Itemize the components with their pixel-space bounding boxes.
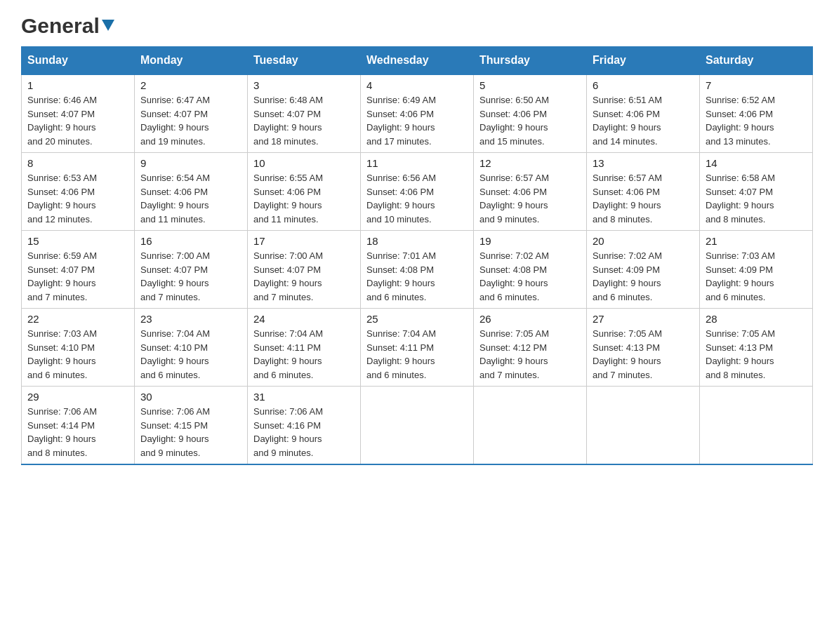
calendar-cell: 2 Sunrise: 6:47 AM Sunset: 4:07 PM Dayli… [135,74,248,153]
calendar-cell: 31 Sunrise: 7:06 AM Sunset: 4:16 PM Dayl… [248,387,361,465]
day-info: Sunrise: 7:04 AM Sunset: 4:10 PM Dayligh… [140,327,241,382]
calendar-cell [474,387,587,465]
day-number: 26 [479,313,581,325]
day-info: Sunrise: 7:03 AM Sunset: 4:09 PM Dayligh… [706,249,807,304]
day-info: Sunrise: 6:56 AM Sunset: 4:06 PM Dayligh… [366,171,468,226]
day-info: Sunrise: 6:57 AM Sunset: 4:06 PM Dayligh… [593,171,694,226]
calendar-cell: 23 Sunrise: 7:04 AM Sunset: 4:10 PM Dayl… [135,309,248,387]
day-number: 15 [27,235,128,247]
calendar-cell: 24 Sunrise: 7:04 AM Sunset: 4:11 PM Dayl… [248,309,361,387]
calendar-cell: 7 Sunrise: 6:52 AM Sunset: 4:06 PM Dayli… [700,74,813,153]
calendar-week-row: 15 Sunrise: 6:59 AM Sunset: 4:07 PM Dayl… [22,231,813,309]
day-info: Sunrise: 6:46 AM Sunset: 4:07 PM Dayligh… [27,93,128,148]
day-number: 28 [706,313,807,325]
day-of-week-header: Sunday [22,47,135,75]
calendar-cell: 9 Sunrise: 6:54 AM Sunset: 4:06 PM Dayli… [135,153,248,231]
day-info: Sunrise: 6:59 AM Sunset: 4:07 PM Dayligh… [27,249,128,304]
calendar-cell: 11 Sunrise: 6:56 AM Sunset: 4:06 PM Dayl… [361,153,474,231]
day-number: 3 [253,79,355,91]
day-info: Sunrise: 7:06 AM Sunset: 4:16 PM Dayligh… [253,405,355,459]
calendar-cell: 14 Sunrise: 6:58 AM Sunset: 4:07 PM Dayl… [700,153,813,231]
day-number: 19 [479,235,581,247]
calendar-cell: 30 Sunrise: 7:06 AM Sunset: 4:15 PM Dayl… [135,387,248,465]
logo: General [21,14,116,39]
day-number: 11 [366,157,468,169]
logo-general-text: General [21,14,100,38]
day-of-week-header: Thursday [474,47,587,75]
calendar-cell [700,387,813,465]
day-number: 8 [27,157,128,169]
calendar-cell: 28 Sunrise: 7:05 AM Sunset: 4:13 PM Dayl… [700,309,813,387]
day-info: Sunrise: 7:05 AM Sunset: 4:13 PM Dayligh… [593,327,694,382]
day-number: 16 [140,235,241,247]
day-number: 29 [27,391,128,403]
day-info: Sunrise: 6:49 AM Sunset: 4:06 PM Dayligh… [366,93,468,148]
svg-marker-0 [102,20,114,31]
day-info: Sunrise: 7:05 AM Sunset: 4:12 PM Dayligh… [479,327,581,382]
calendar-cell: 26 Sunrise: 7:05 AM Sunset: 4:12 PM Dayl… [474,309,587,387]
calendar-cell: 17 Sunrise: 7:00 AM Sunset: 4:07 PM Dayl… [248,231,361,309]
day-info: Sunrise: 6:55 AM Sunset: 4:06 PM Dayligh… [253,171,355,226]
day-info: Sunrise: 6:50 AM Sunset: 4:06 PM Dayligh… [479,93,581,148]
day-of-week-header: Friday [587,47,700,75]
day-number: 31 [253,391,355,403]
day-info: Sunrise: 7:04 AM Sunset: 4:11 PM Dayligh… [253,327,355,382]
day-info: Sunrise: 7:06 AM Sunset: 4:14 PM Dayligh… [27,405,128,459]
day-number: 25 [366,313,468,325]
day-info: Sunrise: 7:02 AM Sunset: 4:09 PM Dayligh… [593,249,694,304]
day-number: 14 [706,157,807,169]
day-number: 12 [479,157,581,169]
calendar-table: SundayMondayTuesdayWednesdayThursdayFrid… [21,46,813,465]
calendar-cell: 4 Sunrise: 6:49 AM Sunset: 4:06 PM Dayli… [361,74,474,153]
day-of-week-header: Tuesday [248,47,361,75]
day-of-week-header: Wednesday [361,47,474,75]
day-info: Sunrise: 6:51 AM Sunset: 4:06 PM Dayligh… [593,93,694,148]
day-info: Sunrise: 6:47 AM Sunset: 4:07 PM Dayligh… [140,93,241,148]
calendar-header-row: SundayMondayTuesdayWednesdayThursdayFrid… [22,47,813,75]
day-info: Sunrise: 7:06 AM Sunset: 4:15 PM Dayligh… [140,405,241,459]
calendar-cell: 15 Sunrise: 6:59 AM Sunset: 4:07 PM Dayl… [22,231,135,309]
calendar-week-row: 1 Sunrise: 6:46 AM Sunset: 4:07 PM Dayli… [22,74,813,153]
day-info: Sunrise: 6:54 AM Sunset: 4:06 PM Dayligh… [140,171,241,226]
day-info: Sunrise: 6:57 AM Sunset: 4:06 PM Dayligh… [479,171,581,226]
calendar-cell: 12 Sunrise: 6:57 AM Sunset: 4:06 PM Dayl… [474,153,587,231]
calendar-cell: 13 Sunrise: 6:57 AM Sunset: 4:06 PM Dayl… [587,153,700,231]
day-number: 9 [140,157,241,169]
calendar-cell: 29 Sunrise: 7:06 AM Sunset: 4:14 PM Dayl… [22,387,135,465]
day-of-week-header: Saturday [700,47,813,75]
calendar-week-row: 8 Sunrise: 6:53 AM Sunset: 4:06 PM Dayli… [22,153,813,231]
day-number: 13 [593,157,694,169]
day-number: 30 [140,391,241,403]
day-number: 10 [253,157,355,169]
day-number: 27 [593,313,694,325]
day-info: Sunrise: 7:01 AM Sunset: 4:08 PM Dayligh… [366,249,468,304]
calendar-cell: 20 Sunrise: 7:02 AM Sunset: 4:09 PM Dayl… [587,231,700,309]
day-info: Sunrise: 7:03 AM Sunset: 4:10 PM Dayligh… [27,327,128,382]
day-number: 24 [253,313,355,325]
calendar-cell: 16 Sunrise: 7:00 AM Sunset: 4:07 PM Dayl… [135,231,248,309]
day-info: Sunrise: 7:02 AM Sunset: 4:08 PM Dayligh… [479,249,581,304]
day-number: 23 [140,313,241,325]
day-number: 17 [253,235,355,247]
day-number: 20 [593,235,694,247]
day-of-week-header: Monday [135,47,248,75]
day-number: 22 [27,313,128,325]
logo-arrow-icon [100,17,116,35]
calendar-cell: 18 Sunrise: 7:01 AM Sunset: 4:08 PM Dayl… [361,231,474,309]
calendar-cell: 3 Sunrise: 6:48 AM Sunset: 4:07 PM Dayli… [248,74,361,153]
day-info: Sunrise: 7:00 AM Sunset: 4:07 PM Dayligh… [140,249,241,304]
calendar-cell: 8 Sunrise: 6:53 AM Sunset: 4:06 PM Dayli… [22,153,135,231]
calendar-cell: 27 Sunrise: 7:05 AM Sunset: 4:13 PM Dayl… [587,309,700,387]
calendar-cell: 22 Sunrise: 7:03 AM Sunset: 4:10 PM Dayl… [22,309,135,387]
calendar-cell: 1 Sunrise: 6:46 AM Sunset: 4:07 PM Dayli… [22,74,135,153]
day-number: 1 [27,79,128,91]
day-info: Sunrise: 6:52 AM Sunset: 4:06 PM Dayligh… [706,93,807,148]
day-number: 6 [593,79,694,91]
calendar-cell [587,387,700,465]
day-info: Sunrise: 7:05 AM Sunset: 4:13 PM Dayligh… [706,327,807,382]
calendar-cell: 10 Sunrise: 6:55 AM Sunset: 4:06 PM Dayl… [248,153,361,231]
day-number: 5 [479,79,581,91]
calendar-cell [361,387,474,465]
day-number: 4 [366,79,468,91]
calendar-week-row: 22 Sunrise: 7:03 AM Sunset: 4:10 PM Dayl… [22,309,813,387]
